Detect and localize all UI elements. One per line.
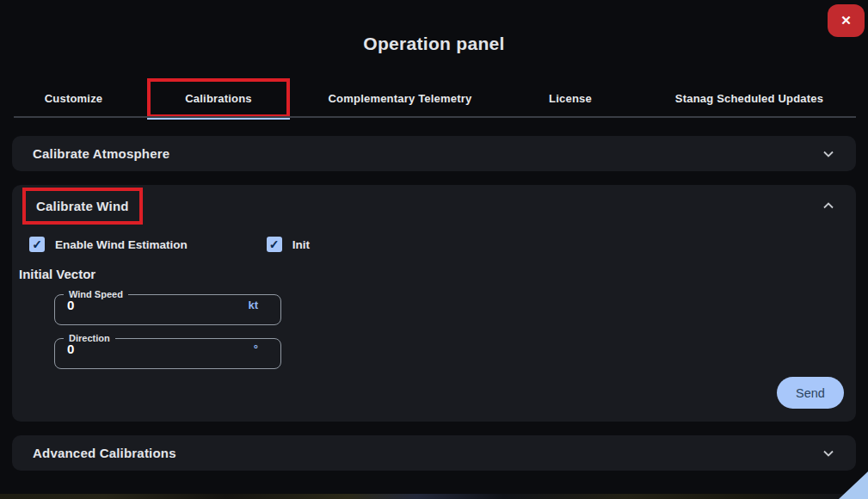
accordion-list: Calibrate Atmosphere Calibrate Wind ✓ xyxy=(0,136,868,471)
tab-bar-divider xyxy=(14,116,856,118)
annotation-highlight-box: Calibrate Wind xyxy=(22,188,143,225)
direction-field: Direction ° xyxy=(54,333,281,369)
accordion-header-calibrate-atmosphere[interactable]: Calibrate Atmosphere xyxy=(12,136,856,171)
tab-bar: Customize Calibrations Complementary Tel… xyxy=(0,78,868,118)
send-row: Send xyxy=(29,377,844,409)
background-map-strip xyxy=(0,494,868,499)
chevron-up-icon xyxy=(822,199,835,213)
accordion-advanced-calibrations: Advanced Calibrations xyxy=(12,435,856,471)
enable-wind-estimation-checkbox[interactable]: ✓ xyxy=(29,237,45,252)
check-icon: ✓ xyxy=(269,238,280,250)
page-title: Operation panel xyxy=(0,0,868,55)
wind-speed-unit: kt xyxy=(248,299,258,311)
wind-checkbox-row: ✓ Enable Wind Estimation ✓ Init xyxy=(29,237,844,252)
tab-stanag-scheduled-updates[interactable]: Stanag Scheduled Updates xyxy=(631,78,868,118)
close-icon: ✕ xyxy=(840,13,852,28)
tab-license[interactable]: License xyxy=(510,78,631,118)
close-button[interactable]: ✕ xyxy=(828,4,865,37)
init-label: Init xyxy=(292,238,310,251)
accordion-calibrate-atmosphere: Calibrate Atmosphere xyxy=(12,136,856,171)
send-button[interactable]: Send xyxy=(777,377,844,409)
accordion-calibrate-wind: Calibrate Wind ✓ Enable Wind Estimation xyxy=(12,185,856,422)
wind-speed-field: Wind Speed kt xyxy=(54,289,281,325)
direction-input[interactable] xyxy=(67,342,222,356)
tab-customize[interactable]: Customize xyxy=(0,78,147,118)
direction-unit: ° xyxy=(254,342,258,355)
operation-panel-dialog: ✕ Operation panel Customize Calibrations… xyxy=(0,0,868,471)
wind-speed-input[interactable] xyxy=(67,298,222,312)
enable-wind-estimation-group: ✓ Enable Wind Estimation xyxy=(29,237,188,252)
initial-vector-heading: Initial Vector xyxy=(19,267,844,281)
enable-wind-estimation-label: Enable Wind Estimation xyxy=(55,238,188,251)
chevron-down-icon xyxy=(822,447,835,460)
check-icon: ✓ xyxy=(32,238,42,250)
tab-complementary-telemetry[interactable]: Complementary Telemetry xyxy=(290,78,510,118)
accordion-header-calibrate-wind[interactable]: Calibrate Wind xyxy=(12,185,856,226)
init-checkbox[interactable]: ✓ xyxy=(267,237,282,252)
accordion-header-advanced-calibrations[interactable]: Advanced Calibrations xyxy=(12,435,856,471)
tab-calibrations[interactable]: Calibrations xyxy=(147,78,290,118)
calibrate-wind-content: ✓ Enable Wind Estimation ✓ Init Initial … xyxy=(12,226,856,422)
init-group: ✓ Init xyxy=(267,237,310,252)
chevron-down-icon xyxy=(822,147,835,161)
